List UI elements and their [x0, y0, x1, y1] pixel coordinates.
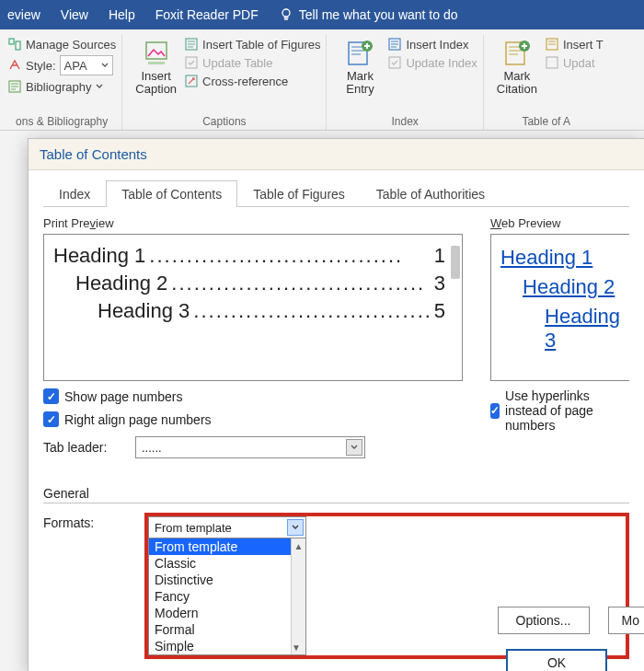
style-dropdown[interactable]: APA — [60, 55, 113, 75]
dialog-tabs: Index Table of Contents Table of Figures… — [43, 179, 629, 207]
formats-value: From template — [155, 521, 232, 535]
tell-me-label: Tell me what you want to do — [299, 7, 458, 22]
manage-sources[interactable]: Manage Sources — [7, 37, 116, 52]
chevron-down-icon — [346, 439, 362, 456]
svg-rect-12 — [389, 57, 400, 68]
right-align-label: Right align page numbers — [64, 412, 212, 427]
word-menu-bar: eview View Help Foxit Reader PDF Tell me… — [0, 0, 644, 29]
menu-foxit[interactable]: Foxit Reader PDF — [155, 7, 259, 22]
pv-p1: 1 — [434, 244, 445, 268]
formats-option[interactable]: Classic — [149, 555, 305, 572]
tab-index[interactable]: Index — [43, 180, 106, 207]
table-of-contents-dialog: Table of Contents Index Table of Content… — [28, 138, 644, 671]
chevron-down-icon — [101, 62, 109, 69]
svg-point-0 — [282, 9, 290, 17]
style-value: APA — [64, 59, 87, 73]
svg-rect-4 — [146, 42, 167, 59]
tab-leader-dropdown[interactable]: ...... — [135, 436, 365, 458]
scrollbar-thumb[interactable] — [451, 246, 460, 279]
mark-entry-icon — [345, 39, 374, 68]
pv-h1: Heading 1 — [53, 244, 145, 268]
formats-option[interactable]: Distinctive — [149, 572, 305, 588]
web-preview-label: Web Preview — [490, 216, 629, 230]
web-h2: Heading 2 — [500, 275, 620, 299]
insert-table-of-figures[interactable]: Insert Table of Figures — [184, 37, 320, 52]
pv-p2: 3 — [434, 272, 445, 295]
right-align-page-numbers[interactable]: ✓ Right align page numbers — [43, 411, 463, 427]
tab-leader-label: Tab leader: — [43, 440, 126, 455]
svg-rect-16 — [546, 57, 558, 68]
insert-tof-label: Insert Table of Figures — [202, 38, 320, 52]
tab-tof[interactable]: Table of Figures — [237, 180, 361, 207]
pv-leaders: .................................. — [149, 244, 430, 268]
formats-dropdown[interactable]: From template — [148, 516, 306, 538]
bibliography[interactable]: Bibliography — [7, 79, 116, 94]
dialog-title: Table of Contents — [29, 139, 644, 170]
group-captions: InsertCaption Insert Table of Figures Up… — [122, 35, 327, 130]
insert-index[interactable]: Insert Index — [387, 37, 477, 52]
insert-caption[interactable]: InsertCaption — [128, 35, 184, 98]
tab-leader-value: ...... — [142, 441, 162, 455]
web-preview-box: Heading 1 Heading 2 Heading 3 — [490, 234, 629, 381]
mark-entry[interactable]: MarkEntry — [332, 35, 387, 98]
formats-option[interactable]: Simple — [149, 638, 305, 654]
insert-caption-icon — [142, 39, 171, 68]
group-label-authorities: Table of A — [522, 111, 570, 130]
bibliography-label: Bibliography — [26, 80, 92, 94]
manage-sources-label: Manage Sources — [26, 38, 116, 52]
tab-toc[interactable]: Table of Contents — [106, 180, 237, 207]
update-index: Update Index — [387, 55, 477, 70]
insert-ta[interactable]: Insert T — [545, 37, 604, 52]
insert-index-label: Insert Index — [406, 38, 468, 52]
tell-me-search[interactable]: Tell me what you want to do — [279, 7, 458, 22]
modify-button[interactable]: Mo — [608, 607, 644, 634]
style-label: Style: — [26, 59, 56, 73]
scroll-down-icon: ▼ — [292, 640, 301, 654]
group-label-citations: ons & Bibliography — [16, 111, 108, 130]
mark-citation[interactable]: MarkCitation — [489, 35, 545, 98]
use-hyperlinks[interactable]: ✓ Use hyperlinks instead of page numbers — [490, 388, 629, 433]
formats-option[interactable]: Modern — [149, 605, 305, 621]
menu-view[interactable]: View — [61, 7, 88, 22]
group-index: MarkEntry Insert Index Update Index Inde… — [327, 35, 483, 130]
svg-rect-5 — [148, 62, 165, 64]
menu-help[interactable]: Help — [109, 7, 135, 22]
chevron-down-icon — [96, 83, 103, 90]
update-ta-icon — [545, 55, 559, 70]
menu-review[interactable]: eview — [7, 7, 40, 22]
checkbox-checked-icon: ✓ — [43, 411, 59, 427]
scroll-up-icon: ▲ — [292, 538, 305, 553]
pv-leaders: .................................. — [193, 299, 430, 323]
show-page-numbers-label: Show page numbers — [64, 389, 182, 404]
options-button[interactable]: Options... — [498, 607, 590, 634]
style-icon — [7, 58, 22, 73]
update-ta-label: Updat — [563, 56, 595, 70]
cross-reference-label: Cross-reference — [202, 75, 288, 88]
formats-option[interactable]: Fancy — [149, 588, 305, 605]
lightbulb-icon — [279, 7, 293, 22]
pv-h3: Heading 3 — [98, 299, 190, 323]
svg-rect-1 — [9, 39, 14, 44]
listbox-scrollbar[interactable]: ▲ ▼ — [291, 538, 305, 654]
insert-ta-label: Insert T — [563, 38, 604, 52]
formats-option[interactable]: From template — [149, 538, 305, 555]
update-index-icon — [387, 55, 402, 70]
table-figures-icon — [184, 37, 199, 52]
tab-toa[interactable]: Table of Authorities — [361, 180, 500, 207]
formats-option[interactable]: Formal — [149, 621, 305, 638]
update-index-label: Update Index — [406, 56, 477, 70]
svg-rect-7 — [186, 57, 197, 68]
use-hyperlinks-label: Use hyperlinks instead of page numbers — [505, 388, 629, 433]
bibliography-icon — [7, 79, 22, 94]
section-general: General — [43, 486, 629, 501]
formats-listbox[interactable]: From template Classic Distinctive Fancy … — [148, 538, 306, 655]
cross-reference-icon — [184, 74, 199, 88]
manage-sources-icon — [7, 37, 22, 52]
insert-ta-icon — [545, 37, 559, 52]
show-page-numbers[interactable]: ✓ Show page numbers — [43, 388, 463, 404]
cross-reference[interactable]: Cross-reference — [184, 74, 320, 88]
insert-index-icon — [387, 37, 402, 52]
style-select-row[interactable]: Style: APA — [7, 55, 116, 75]
group-citations: Manage Sources Style: APA — [2, 35, 122, 130]
ok-button[interactable]: OK — [506, 649, 607, 671]
